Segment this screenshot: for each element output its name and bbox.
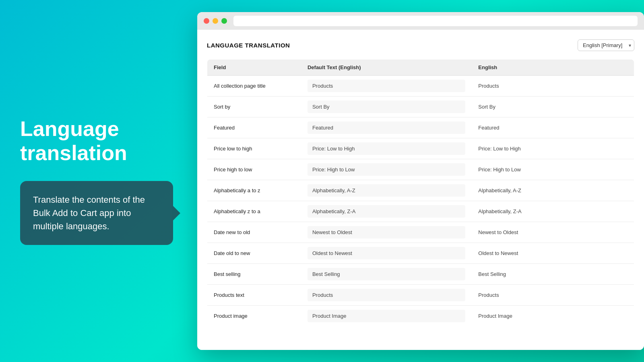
default-text-input[interactable] (308, 268, 465, 280)
default-text-input[interactable] (308, 310, 465, 322)
english-value-cell: Price: Low to High (472, 138, 634, 159)
table-row: Sort bySort By (207, 97, 634, 117)
browser-window: LANGUAGE TRANSLATION English [Primary] F… (197, 12, 644, 350)
english-value-cell: Featured (472, 117, 634, 138)
english-text: Products (478, 289, 627, 301)
english-text: Product Image (478, 310, 627, 322)
english-text: Products (478, 80, 627, 92)
english-value-cell: Oldest to Newest (472, 243, 634, 264)
english-value-cell: Newest to Oldest (472, 222, 634, 243)
english-value-cell: Price: High to Low (472, 159, 634, 180)
english-text: Featured (478, 121, 627, 134)
english-text: Price: Low to High (478, 142, 627, 155)
default-text-input[interactable] (308, 101, 465, 113)
col-header-english: English (472, 60, 634, 76)
field-label: Date new to old (207, 222, 301, 243)
english-text: Best Selling (478, 268, 627, 280)
field-label: Best selling (207, 264, 301, 285)
table-row: Best sellingBest Selling (207, 264, 634, 285)
browser-titlebar (197, 12, 644, 30)
english-value-cell: Product Image (472, 306, 634, 327)
default-text-input[interactable] (308, 142, 465, 155)
default-text-input[interactable] (308, 121, 465, 134)
table-row: Date old to newOldest to Newest (207, 243, 634, 264)
default-value-cell (301, 76, 472, 97)
default-value-cell (301, 201, 472, 222)
english-value-cell: Products (472, 76, 634, 97)
page-title: LANGUAGE TRANSLATION (207, 42, 290, 49)
table-row: Alphabetically a to zAlphabetically, A-Z (207, 180, 634, 201)
field-label: Alphabetically z to a (207, 201, 301, 222)
translation-table: Field Default Text (English) English All… (207, 59, 634, 327)
default-value-cell (301, 306, 472, 327)
table-row: FeaturedFeatured (207, 117, 634, 138)
col-header-default: Default Text (English) (301, 60, 472, 76)
traffic-light-green[interactable] (221, 18, 227, 24)
col-header-field: Field (207, 60, 301, 76)
browser-content: LANGUAGE TRANSLATION English [Primary] F… (197, 30, 644, 350)
default-value-cell (301, 97, 472, 117)
description-text: Translate the contents of the Bulk Add t… (33, 193, 160, 233)
english-text: Newest to Oldest (478, 226, 627, 239)
english-text: Alphabetically, Z-A (478, 205, 627, 218)
field-label: All collection page title (207, 76, 301, 97)
english-text: Alphabetically, A-Z (478, 184, 627, 197)
field-label: Price low to high (207, 138, 301, 159)
default-text-input[interactable] (308, 80, 465, 92)
page-header: LANGUAGE TRANSLATION English [Primary] F… (207, 39, 634, 51)
default-text-input[interactable] (308, 163, 465, 176)
table-row: Products textProducts (207, 285, 634, 306)
default-text-input[interactable] (308, 226, 465, 239)
default-value-cell (301, 138, 472, 159)
language-select[interactable]: English [Primary] French German Spanish … (578, 39, 634, 51)
main-heading: Language translation (20, 117, 173, 165)
default-value-cell (301, 159, 472, 180)
table-row: Date new to oldNewest to Oldest (207, 222, 634, 243)
english-value-cell: Alphabetically, A-Z (472, 180, 634, 201)
table-row: Alphabetically z to aAlphabetically, Z-A (207, 201, 634, 222)
default-value-cell (301, 285, 472, 306)
table-row: Product imageProduct Image (207, 306, 634, 327)
field-label: Products text (207, 285, 301, 306)
left-panel: Language translation Translate the conte… (0, 93, 193, 269)
english-text: Sort By (478, 101, 627, 113)
english-text: Price: High to Low (478, 163, 627, 176)
english-value-cell: Products (472, 285, 634, 306)
default-value-cell (301, 222, 472, 243)
table-header-row: Field Default Text (English) English (207, 60, 634, 76)
traffic-light-red[interactable] (204, 18, 209, 24)
field-label: Date old to new (207, 243, 301, 264)
default-value-cell (301, 243, 472, 264)
address-bar[interactable] (233, 16, 638, 26)
english-value-cell: Alphabetically, Z-A (472, 201, 634, 222)
table-row: Price low to highPrice: Low to High (207, 138, 634, 159)
traffic-light-yellow[interactable] (213, 18, 218, 24)
default-text-input[interactable] (308, 289, 465, 301)
default-value-cell (301, 264, 472, 285)
table-row: Price high to lowPrice: High to Low (207, 159, 634, 180)
field-label: Price high to low (207, 159, 301, 180)
english-value-cell: Best Selling (472, 264, 634, 285)
description-box: Translate the contents of the Bulk Add t… (20, 181, 173, 245)
default-value-cell (301, 117, 472, 138)
field-label: Sort by (207, 97, 301, 117)
default-text-input[interactable] (308, 247, 465, 259)
default-text-input[interactable] (308, 205, 465, 218)
default-value-cell (301, 180, 472, 201)
field-label: Featured (207, 117, 301, 138)
default-text-input[interactable] (308, 184, 465, 197)
field-label: Product image (207, 306, 301, 327)
english-value-cell: Sort By (472, 97, 634, 117)
table-row: All collection page titleProducts (207, 76, 634, 97)
language-select-wrapper: English [Primary] French German Spanish … (578, 39, 634, 51)
english-text: Oldest to Newest (478, 247, 627, 259)
field-label: Alphabetically a to z (207, 180, 301, 201)
